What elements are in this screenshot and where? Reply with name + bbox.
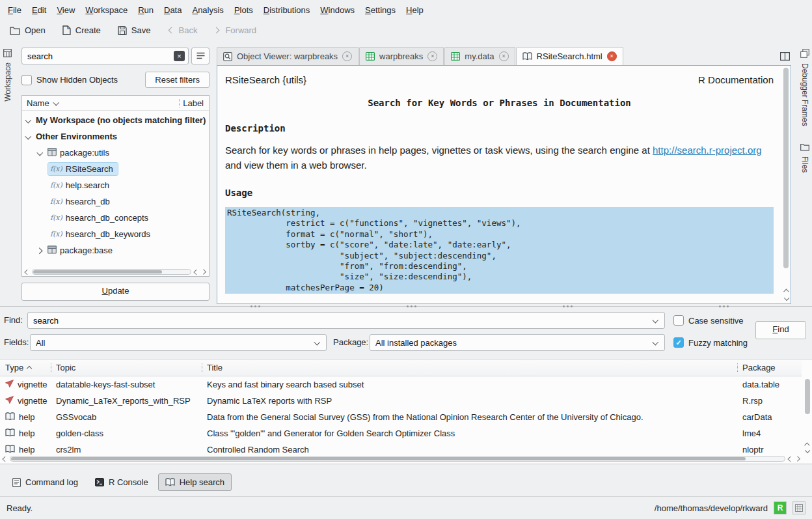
create-button[interactable]: Create — [57, 23, 107, 38]
splitter-handle[interactable] — [250, 305, 260, 307]
object-search-input[interactable] — [27, 51, 171, 61]
menu-help[interactable]: Help — [401, 2, 429, 18]
find-input[interactable] — [33, 316, 647, 326]
tree-item-label: Other Environments — [36, 132, 117, 141]
chevron-down-icon[interactable] — [36, 150, 43, 156]
chevron-down-icon[interactable] — [25, 117, 31, 124]
open-button[interactable]: Open — [4, 23, 51, 38]
results-vertical-scrollbar[interactable] — [804, 379, 811, 443]
help-icon — [522, 52, 532, 61]
tree-horizontal-scrollbar[interactable] — [22, 268, 209, 276]
column-header-type[interactable]: Type — [0, 359, 51, 376]
scroll-down-icon[interactable] — [804, 448, 810, 454]
menu-workspace[interactable]: Workspace — [80, 2, 133, 18]
back-button[interactable]: Back — [161, 23, 203, 38]
find-button[interactable]: Find — [755, 321, 806, 339]
fuzzy-matching-checkbox[interactable]: Fuzzy matching — [673, 337, 748, 348]
cpu-status-indicator[interactable] — [792, 501, 805, 514]
document-vertical-scrollbar[interactable] — [783, 68, 789, 302]
menu-file[interactable]: File — [3, 2, 27, 18]
column-header-title[interactable]: Title — [202, 359, 737, 376]
scrollbar-handle[interactable] — [11, 457, 746, 460]
reset-filters-button[interactable]: Reset filters — [145, 72, 210, 88]
scroll-right-icon[interactable] — [795, 456, 801, 462]
fields-combobox[interactable]: All — [30, 334, 327, 351]
search-r-project-link[interactable]: http://search.r-project.org — [653, 145, 762, 156]
tree-item-hsearch-db-keywords[interactable]: f(x)hsearch_db_keywords — [22, 226, 209, 242]
menu-settings[interactable]: Settings — [360, 2, 401, 18]
name-column-header[interactable]: Name — [27, 98, 49, 108]
save-button[interactable]: Save — [112, 23, 157, 38]
doc-tab-object-viewer-warpbreaks[interactable]: Object Viewer: warpbreaks× — [217, 47, 359, 65]
table-row[interactable]: vignettedatatable-keys-fast-subsetKeys a… — [0, 376, 802, 393]
close-tab-icon[interactable]: × — [342, 51, 352, 61]
table-row[interactable]: helpgolden-classClass '"golden"' and Gen… — [0, 425, 802, 442]
table-row[interactable]: helpGSSvocabData from the General Social… — [0, 409, 802, 425]
close-tab-icon[interactable]: × — [607, 51, 617, 61]
update-button[interactable]: Update — [21, 283, 210, 301]
chevron-down-icon[interactable] — [25, 133, 31, 140]
show-hidden-objects-checkbox[interactable]: Show Hidden Objects — [21, 75, 118, 85]
split-view-button[interactable] — [776, 48, 793, 64]
menu-analysis[interactable]: Analysis — [187, 2, 228, 18]
menu-run[interactable]: Run — [133, 2, 159, 18]
menu-windows[interactable]: Windows — [315, 2, 360, 18]
tree-item-hsearch-db-concepts[interactable]: f(x)hsearch_db_concepts — [22, 210, 209, 226]
case-sensitive-checkbox[interactable]: Case sensitive — [673, 315, 744, 326]
help-icon — [165, 478, 175, 486]
tool-tab-files[interactable]: Files — [800, 143, 809, 173]
tool-tab-help-search[interactable]: Help search — [158, 473, 232, 491]
type-cell: vignette — [0, 380, 51, 389]
list-options-button[interactable] — [191, 48, 210, 64]
tool-tab-workspace[interactable]: Workspace — [3, 49, 12, 102]
scroll-up-icon[interactable] — [783, 288, 789, 294]
scroll-down-icon[interactable] — [783, 296, 789, 302]
column-header-package[interactable]: Package — [737, 359, 802, 376]
tree-item-package-utils[interactable]: package:utils — [22, 145, 209, 161]
tree-item-other-environments[interactable]: Other Environments — [22, 128, 209, 145]
scroll-right-icon[interactable] — [201, 269, 207, 275]
scroll-left-icon[interactable] — [24, 269, 30, 275]
scrollbar-handle[interactable] — [805, 379, 810, 414]
scrollbar-handle[interactable] — [33, 270, 162, 274]
results-horizontal-scrollbar[interactable] — [0, 455, 803, 463]
scroll-left-icon[interactable] — [193, 269, 199, 275]
table-row[interactable]: vignetteDynamic_LaTeX_reports_with_RSPDy… — [0, 393, 802, 409]
menu-edit[interactable]: Edit — [27, 2, 51, 18]
tool-tab-label: Help search — [180, 477, 224, 487]
package-combobox[interactable]: All installed packages — [370, 334, 665, 351]
scroll-up-icon[interactable] — [804, 442, 810, 447]
close-tab-icon[interactable]: × — [499, 51, 509, 61]
column-header-topic[interactable]: Topic — [51, 359, 202, 376]
forward-button[interactable]: Forward — [208, 23, 262, 38]
clear-search-icon[interactable]: × — [174, 51, 185, 61]
tree-item-hsearch-db[interactable]: f(x)hsearch_db — [22, 193, 209, 210]
tool-tab-label: R Console — [109, 477, 148, 487]
tree-item-help-search[interactable]: f(x)help.search — [22, 177, 209, 193]
doc-tab-my-data[interactable]: my.data× — [444, 47, 515, 65]
package-cell: lme4 — [737, 428, 802, 438]
splitter-handle[interactable] — [719, 305, 729, 307]
tree-item-package-base[interactable]: package:base — [22, 242, 209, 259]
tool-tab-command-log[interactable]: Command log — [5, 473, 85, 491]
menu-plots[interactable]: Plots — [229, 2, 258, 18]
menu-view[interactable]: View — [51, 2, 80, 18]
tool-tab-r-console[interactable]: R Console — [88, 473, 156, 491]
scrollbar-handle[interactable] — [783, 68, 789, 268]
chevron-right-icon[interactable] — [36, 247, 43, 254]
scroll-left-icon[interactable] — [2, 456, 8, 462]
splitter-handle[interactable] — [563, 305, 573, 307]
doc-tab-rsitesearch-html[interactable]: RSiteSearch.html× — [516, 47, 623, 65]
scroll-left-icon[interactable] — [787, 456, 793, 462]
splitter-handle[interactable] — [407, 305, 416, 307]
find-combobox[interactable] — [27, 312, 665, 329]
tree-item-rsitesearch[interactable]: f(x)RSiteSearch — [22, 161, 209, 177]
tool-tab-debugger-frames[interactable]: Debugger Frames — [800, 49, 809, 126]
close-tab-icon[interactable]: × — [427, 51, 437, 61]
doc-tab-warpbreaks[interactable]: warpbreaks× — [359, 47, 444, 65]
menu-distributions[interactable]: Distributions — [258, 2, 316, 18]
tree-item-my-workspace-no-objects-matching-filter[interactable]: My Workspace (no objects matching filter… — [22, 112, 209, 128]
label-column-header[interactable]: Label — [183, 98, 204, 108]
r-engine-status[interactable]: R — [774, 501, 787, 514]
menu-data[interactable]: Data — [159, 2, 187, 18]
